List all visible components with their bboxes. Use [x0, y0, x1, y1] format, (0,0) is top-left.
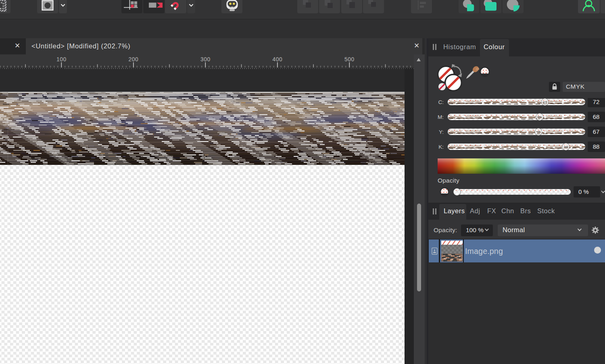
- svg-text:M:: M:: [438, 114, 444, 120]
- svg-text:100: 100: [56, 56, 67, 62]
- svg-text:200: 200: [129, 56, 139, 62]
- svg-text:88: 88: [593, 143, 600, 150]
- svg-text:400: 400: [273, 56, 283, 62]
- svg-text:72: 72: [593, 98, 600, 105]
- svg-text:0 %: 0 %: [578, 188, 589, 195]
- svg-text:500: 500: [344, 56, 355, 62]
- svg-text:Y:: Y:: [439, 129, 444, 135]
- svg-text:68: 68: [593, 113, 600, 120]
- svg-text:K:: K:: [438, 144, 444, 150]
- svg-text:C:: C:: [438, 99, 444, 105]
- svg-text:67: 67: [593, 128, 600, 135]
- svg-text:300: 300: [200, 56, 211, 62]
